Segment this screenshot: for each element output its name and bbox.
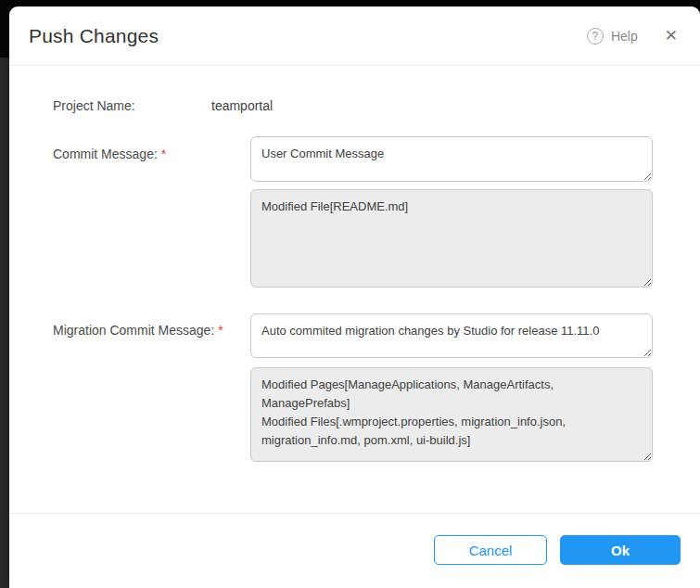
header-actions: ? Help ✕ <box>587 26 680 45</box>
required-asterisk: * <box>161 147 166 161</box>
dialog-header: Push Changes ? Help ✕ <box>9 6 700 66</box>
footer-divider <box>9 513 700 514</box>
push-changes-dialog: Push Changes ? Help ✕ Project Name: team… <box>9 6 700 588</box>
help-button[interactable]: ? Help <box>587 28 638 45</box>
migration-commit-message-input[interactable]: Auto commited migration changes by Studi… <box>250 313 653 358</box>
project-name-label: Project Name: <box>53 98 135 113</box>
commit-message-label: Commit Message:* <box>53 147 166 161</box>
help-label: Help <box>611 29 638 44</box>
commit-message-input[interactable]: User Commit Message <box>250 136 653 182</box>
ok-button[interactable]: Ok <box>560 535 681 565</box>
migration-commit-message-label: Migration Commit Message:* <box>53 323 223 338</box>
commit-message-details[interactable]: Modified File[README.md] <box>250 189 653 288</box>
close-icon[interactable]: ✕ <box>663 26 680 45</box>
question-mark-icon: ? <box>587 28 604 45</box>
required-asterisk: * <box>218 323 223 338</box>
migration-commit-message-details[interactable]: Modified Pages[ManageApplications, Manag… <box>250 367 653 462</box>
project-name-value: teamportal <box>211 98 273 113</box>
dialog-title: Push Changes <box>29 25 159 47</box>
cancel-button[interactable]: Cancel <box>434 535 547 565</box>
